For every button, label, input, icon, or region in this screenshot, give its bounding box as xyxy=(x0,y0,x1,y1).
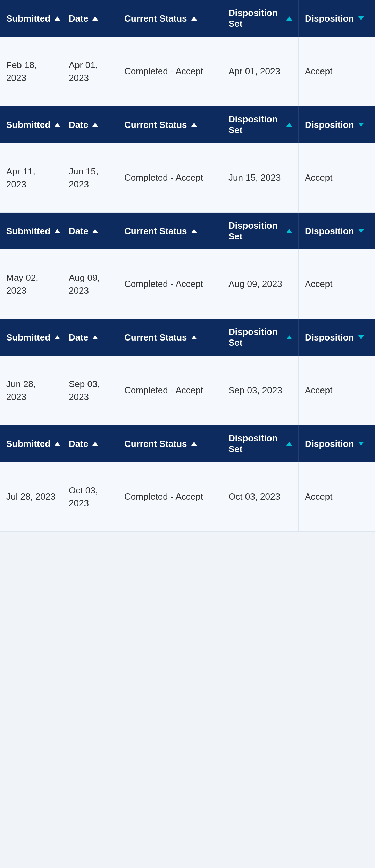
disposition-set-header[interactable]: Disposition Set xyxy=(222,106,299,143)
table-header-3[interactable]: SubmittedDateCurrent StatusDisposition S… xyxy=(0,319,375,356)
sort-up-teal-icon xyxy=(286,229,292,233)
date-cell: Apr 01, 2023 xyxy=(62,37,118,106)
current-status-header[interactable]: Current Status xyxy=(118,0,222,37)
current-status-header[interactable]: Current Status xyxy=(118,425,222,462)
disposition-set-header-label: Disposition Set xyxy=(228,114,282,136)
sort-up-icon xyxy=(55,442,60,446)
sort-up-icon xyxy=(55,16,60,21)
submitted-header-label: Submitted xyxy=(6,332,50,343)
table-header-2[interactable]: SubmittedDateCurrent StatusDisposition S… xyxy=(0,213,375,249)
submitted-header-label: Submitted xyxy=(6,120,50,130)
sort-up-icon xyxy=(191,335,197,339)
disposition-set-header-label: Disposition Set xyxy=(228,433,282,455)
submitted-cell: Feb 18, 2023 xyxy=(0,37,62,106)
submitted-cell: May 02, 2023 xyxy=(0,249,62,319)
disposition-set-header-label: Disposition Set xyxy=(228,220,282,242)
disposition-set-header-label: Disposition Set xyxy=(228,327,282,348)
current-status-header[interactable]: Current Status xyxy=(118,319,222,356)
current-status-header[interactable]: Current Status xyxy=(118,106,222,143)
sort-down-icon xyxy=(358,16,364,21)
date-header[interactable]: Date xyxy=(62,213,118,249)
disposition-set-cell: Sep 03, 2023 xyxy=(222,356,299,425)
sort-up-teal-icon xyxy=(286,123,292,127)
disposition-set-cell: Jun 15, 2023 xyxy=(222,143,299,212)
sort-up-icon xyxy=(92,335,98,339)
disposition-set-header[interactable]: Disposition Set xyxy=(222,425,299,462)
submitted-header[interactable]: Submitted xyxy=(0,0,62,37)
sort-up-icon xyxy=(92,229,98,233)
status-cell: Completed - Accept xyxy=(118,143,222,212)
disposition-set-header-label: Disposition Set xyxy=(228,8,282,29)
disposition-cell: Accept xyxy=(299,37,375,106)
table-header-1[interactable]: SubmittedDateCurrent StatusDisposition S… xyxy=(0,106,375,143)
date-cell: Aug 09, 2023 xyxy=(62,249,118,319)
submitted-header[interactable]: Submitted xyxy=(0,319,62,356)
disposition-set-header[interactable]: Disposition Set xyxy=(222,319,299,356)
disposition-header-label: Disposition xyxy=(305,13,354,24)
sort-up-icon xyxy=(191,442,197,446)
sort-up-icon xyxy=(191,229,197,233)
date-cell: Oct 03, 2023 xyxy=(62,462,118,531)
table-row: May 02, 2023Aug 09, 2023Completed - Acce… xyxy=(0,249,375,319)
disposition-header-label: Disposition xyxy=(305,120,354,130)
disposition-header-label: Disposition xyxy=(305,439,354,449)
disposition-cell: Accept xyxy=(299,143,375,212)
table-row: Jun 28, 2023Sep 03, 2023Completed - Acce… xyxy=(0,356,375,425)
current-status-header[interactable]: Current Status xyxy=(118,213,222,249)
sort-up-icon xyxy=(55,123,60,127)
current-status-header-label: Current Status xyxy=(124,13,187,24)
submitted-cell: Apr 11, 2023 xyxy=(0,143,62,212)
sort-up-icon xyxy=(55,229,60,233)
disposition-cell: Accept xyxy=(299,462,375,531)
sort-up-icon xyxy=(55,335,60,339)
table-row: Jul 28, 2023Oct 03, 2023Completed - Acce… xyxy=(0,462,375,532)
table-header-0[interactable]: SubmittedDateCurrent StatusDisposition S… xyxy=(0,0,375,37)
sort-up-teal-icon xyxy=(286,442,292,446)
disposition-header[interactable]: Disposition xyxy=(299,0,375,37)
sort-down-icon xyxy=(358,335,364,339)
disposition-header[interactable]: Disposition xyxy=(299,106,375,143)
status-cell: Completed - Accept xyxy=(118,356,222,425)
date-header[interactable]: Date xyxy=(62,319,118,356)
sort-up-icon xyxy=(92,16,98,21)
sort-down-icon xyxy=(358,123,364,127)
submitted-header[interactable]: Submitted xyxy=(0,213,62,249)
disposition-set-cell: Oct 03, 2023 xyxy=(222,462,299,531)
current-status-header-label: Current Status xyxy=(124,332,187,343)
disposition-header-label: Disposition xyxy=(305,226,354,237)
current-status-header-label: Current Status xyxy=(124,120,187,130)
sort-down-icon xyxy=(358,442,364,446)
disposition-header[interactable]: Disposition xyxy=(299,319,375,356)
disposition-set-header[interactable]: Disposition Set xyxy=(222,0,299,37)
date-header-label: Date xyxy=(69,439,88,449)
sort-up-icon xyxy=(92,123,98,127)
date-header-label: Date xyxy=(69,13,88,24)
sort-up-icon xyxy=(92,442,98,446)
disposition-set-cell: Aug 09, 2023 xyxy=(222,249,299,319)
date-cell: Sep 03, 2023 xyxy=(62,356,118,425)
date-header-label: Date xyxy=(69,332,88,343)
submitted-header[interactable]: Submitted xyxy=(0,106,62,143)
sort-up-icon xyxy=(191,123,197,127)
disposition-cell: Accept xyxy=(299,356,375,425)
date-header[interactable]: Date xyxy=(62,425,118,462)
disposition-header-label: Disposition xyxy=(305,332,354,343)
table-header-4[interactable]: SubmittedDateCurrent StatusDisposition S… xyxy=(0,425,375,462)
submitted-cell: Jul 28, 2023 xyxy=(0,462,62,531)
date-header-label: Date xyxy=(69,226,88,237)
table-row: Apr 11, 2023Jun 15, 2023Completed - Acce… xyxy=(0,143,375,213)
sort-up-teal-icon xyxy=(286,335,292,339)
disposition-header[interactable]: Disposition xyxy=(299,213,375,249)
date-header[interactable]: Date xyxy=(62,106,118,143)
disposition-set-header[interactable]: Disposition Set xyxy=(222,213,299,249)
sort-up-teal-icon xyxy=(286,16,292,21)
submitted-header-label: Submitted xyxy=(6,439,50,449)
disposition-header[interactable]: Disposition xyxy=(299,425,375,462)
submitted-header-label: Submitted xyxy=(6,13,50,24)
submitted-cell: Jun 28, 2023 xyxy=(0,356,62,425)
disposition-set-cell: Apr 01, 2023 xyxy=(222,37,299,106)
date-header[interactable]: Date xyxy=(62,0,118,37)
status-cell: Completed - Accept xyxy=(118,249,222,319)
status-cell: Completed - Accept xyxy=(118,37,222,106)
submitted-header[interactable]: Submitted xyxy=(0,425,62,462)
